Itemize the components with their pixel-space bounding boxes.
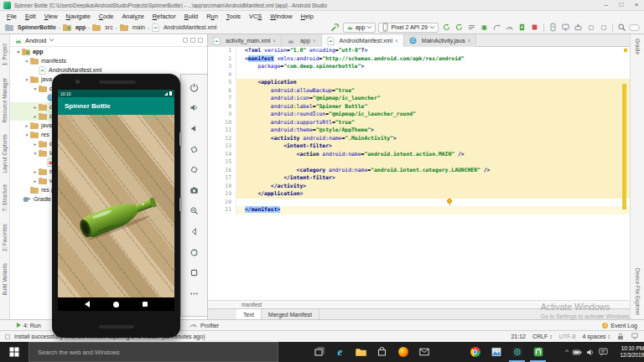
menu-navigate[interactable]: Navigate xyxy=(62,13,95,20)
battery-icon[interactable] xyxy=(573,349,582,355)
intention-bulb-icon[interactable] xyxy=(447,199,452,204)
code-line-17[interactable]: 17 </intent-filter> xyxy=(208,174,630,183)
app-content-wood-floor[interactable] xyxy=(58,115,174,297)
code-line-1[interactable]: 1<?xml version="1.0" encoding="utf-8"?> xyxy=(208,47,630,55)
plugin-icon[interactable] xyxy=(598,22,609,33)
project-view-selector[interactable]: Android xyxy=(25,37,46,44)
code-line-2[interactable]: 2<manifest xmlns:android="http://schemas… xyxy=(208,55,630,64)
menu-view[interactable]: View xyxy=(40,13,62,20)
device-select[interactable]: Pixel 2 API 29 xyxy=(378,23,439,33)
android-studio-icon[interactable] xyxy=(506,342,527,362)
photos-icon[interactable] xyxy=(486,342,506,362)
run-icon[interactable] xyxy=(441,22,452,33)
tree-down-arrow-icon[interactable]: ▾ xyxy=(23,132,30,137)
tree-down-arrow-icon[interactable]: ▾ xyxy=(23,59,30,64)
attach-gradle-wrench-icon[interactable] xyxy=(330,22,340,33)
tree-down-arrow-icon[interactable]: ▾ xyxy=(15,49,22,54)
menu-build[interactable]: Build xyxy=(180,13,202,20)
menu-file[interactable]: File xyxy=(3,13,21,20)
tree-right-arrow-icon[interactable]: ▸ xyxy=(32,178,39,184)
menu-code[interactable]: Code xyxy=(95,13,118,20)
editor-tab-activity-main-xml[interactable]: activity_main.xml× xyxy=(208,34,282,47)
tree-down-arrow-icon[interactable]: ▾ xyxy=(23,77,30,82)
tree-down-arrow-icon[interactable]: ▾ xyxy=(32,86,39,91)
code-line-7[interactable]: 7 android:icon="@mipmap/ic_launcher" xyxy=(208,95,630,103)
search-icon[interactable] xyxy=(616,22,627,33)
collapse-all-icon[interactable] xyxy=(190,38,195,43)
tool-stripe-tab-resource-manager[interactable]: Resource Manager xyxy=(2,78,8,123)
scrollbar-highlight-marker[interactable] xyxy=(622,84,626,209)
code-line-11[interactable]: 11 android:theme="@style/AppTheme"> xyxy=(208,127,630,135)
breadcrumb-item[interactable]: SpinnerBottle xyxy=(5,23,56,31)
home-icon[interactable] xyxy=(184,242,205,263)
line-ending-selector[interactable]: CRLF ↕ xyxy=(532,334,553,339)
tool-stripe-tab----project[interactable]: 1: Project xyxy=(2,44,8,66)
menu-analyze[interactable]: Analyze xyxy=(117,13,148,20)
close-tab-icon[interactable]: × xyxy=(395,38,398,44)
more-icon[interactable] xyxy=(184,283,205,304)
avd-manager-icon[interactable] xyxy=(548,22,558,33)
event-log-button[interactable]: 3 Event Log xyxy=(602,323,644,328)
emulator-app-icon[interactable] xyxy=(527,342,548,362)
changes-icon[interactable] xyxy=(466,22,477,33)
tool-stripe-tab----structure[interactable]: 7: Structure xyxy=(2,184,8,212)
apply-changes-icon[interactable] xyxy=(454,22,465,33)
tray-expand-icon[interactable]: ^ xyxy=(565,349,569,355)
code-line-6[interactable]: 6 android:allowBackup="true" xyxy=(208,87,630,96)
maximize-button[interactable]: □ xyxy=(614,0,629,11)
close-tab-icon[interactable]: × xyxy=(467,38,470,44)
chat-icon[interactable] xyxy=(599,348,608,356)
store-icon[interactable] xyxy=(371,342,392,362)
volume-up-icon[interactable] xyxy=(184,98,205,119)
start-button[interactable] xyxy=(0,342,29,362)
code-line-3[interactable]: 3 package="com.deep.spinnerbottle"> xyxy=(208,63,630,71)
back-icon[interactable] xyxy=(184,221,205,242)
zoom-icon[interactable] xyxy=(184,201,205,222)
code-line-14[interactable]: 14 <action android:name="android.intent.… xyxy=(208,151,630,159)
attach-debugger-icon[interactable] xyxy=(491,22,502,33)
settings-icon[interactable] xyxy=(183,38,188,43)
project-view-header[interactable]: Android xyxy=(10,34,207,47)
tool-window-toggle-icon[interactable] xyxy=(5,334,10,339)
back-icon[interactable] xyxy=(85,301,90,308)
edge-icon[interactable]: e xyxy=(330,342,351,362)
menu-help[interactable]: Help xyxy=(297,13,318,20)
tree-right-arrow-icon[interactable]: ▸ xyxy=(32,169,39,174)
menu-refactor[interactable]: Refactor xyxy=(148,13,180,20)
overview-icon[interactable] xyxy=(143,302,148,308)
logcat-icon[interactable] xyxy=(560,22,571,33)
code-line-16[interactable]: 16 <category android:name="android.inten… xyxy=(208,167,630,175)
emulator-screen[interactable]: 10:10 Spinner Bottle xyxy=(58,90,174,311)
menu-tools[interactable]: Tools xyxy=(222,13,245,20)
code-line-8[interactable]: 8 android:label="Spinner Bottle" xyxy=(208,103,630,111)
task-view-icon[interactable] xyxy=(309,342,330,362)
tree-right-arrow-icon[interactable]: ▸ xyxy=(32,142,39,147)
menu-vcs[interactable]: VCS xyxy=(245,13,266,20)
code-line-13[interactable]: 13 <intent-filter> xyxy=(208,142,630,151)
tree-right-arrow-icon[interactable]: ▸ xyxy=(32,105,39,110)
code-line-21[interactable]: 21</manifest> xyxy=(208,206,630,215)
menu-edit[interactable]: Edit xyxy=(21,13,40,20)
editor-breadcrumb[interactable]: manifest xyxy=(208,300,630,308)
minimize-button[interactable]: – xyxy=(599,0,614,11)
breadcrumb-item[interactable]: main xyxy=(120,23,145,31)
hide-panel-icon[interactable] xyxy=(198,38,203,43)
run-config-select[interactable]: app xyxy=(343,23,377,33)
close-button[interactable]: × xyxy=(629,0,644,11)
encoding-selector[interactable]: UTF-8 xyxy=(559,334,576,339)
breadcrumb-item[interactable]: app xyxy=(63,23,86,31)
volume-down-icon[interactable] xyxy=(184,118,205,139)
taskbar-search-input[interactable]: Search the web and Windows xyxy=(29,342,278,362)
tree-item[interactable]: ▾app xyxy=(10,47,207,56)
power-icon[interactable] xyxy=(184,77,205,98)
search-pill[interactable] xyxy=(629,22,640,33)
caret-position[interactable]: 21:12 xyxy=(511,334,526,339)
tab-device-file-explorer[interactable]: Device File Explorer xyxy=(635,268,641,315)
editor-tab-app[interactable]: app× xyxy=(282,34,321,47)
close-tab-icon[interactable]: × xyxy=(313,38,316,44)
menu-run[interactable]: Run xyxy=(202,13,222,20)
code-line-5[interactable]: 5 <application xyxy=(208,79,630,87)
indent-selector[interactable]: 4 spaces ↕ xyxy=(583,334,610,339)
close-tab-icon[interactable]: × xyxy=(273,38,276,44)
tab-gradle[interactable]: Gradle xyxy=(635,39,641,54)
